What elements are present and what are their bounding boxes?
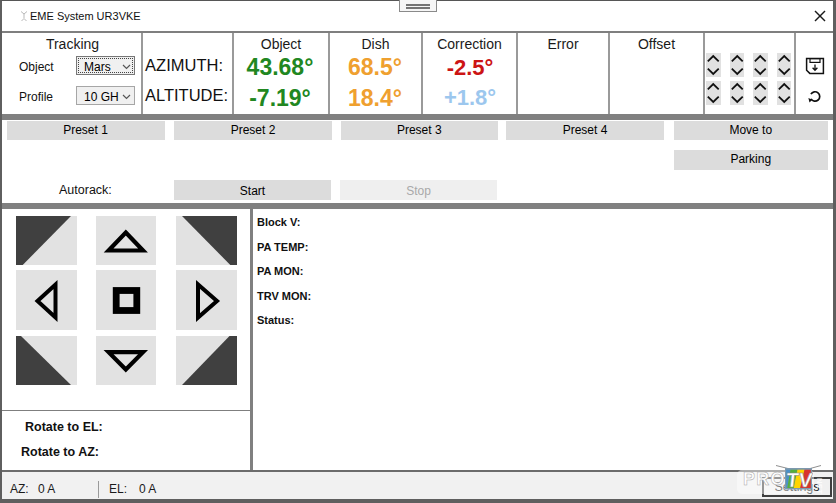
svg-text:TV: TV [785,468,813,490]
